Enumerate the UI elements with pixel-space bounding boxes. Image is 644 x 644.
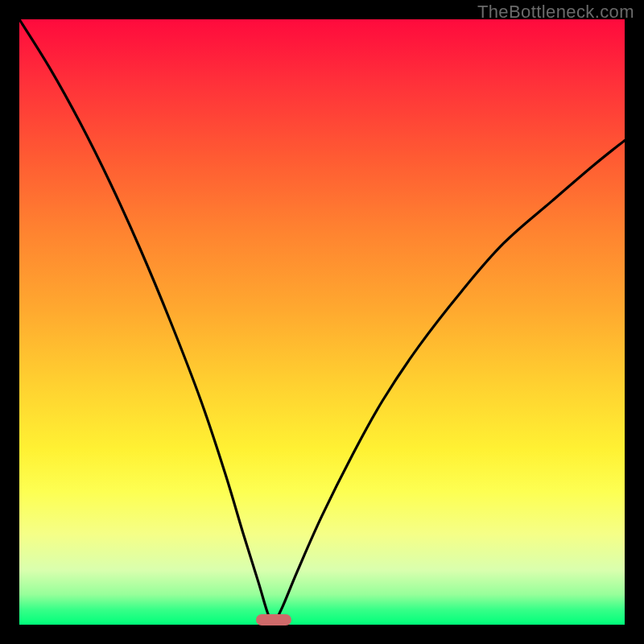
minimum-marker: [256, 614, 291, 625]
curve-left: [19, 19, 274, 625]
chart-area: [19, 19, 625, 625]
curve-right: [274, 140, 625, 625]
bottleneck-curves: [19, 19, 625, 625]
